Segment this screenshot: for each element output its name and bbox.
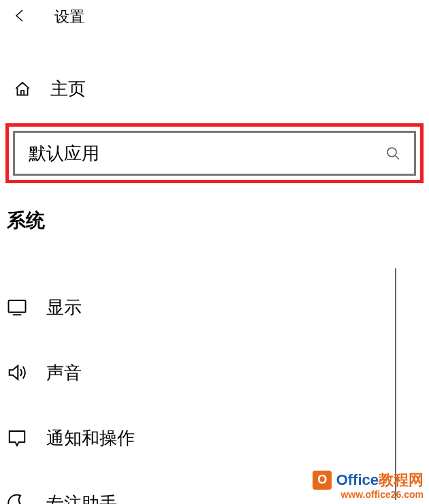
search-highlight [5,123,424,183]
menu-item-notifications[interactable]: 通知和操作 [0,405,429,471]
svg-line-1 [396,156,400,160]
menu-item-label: 专注助手 [46,492,117,505]
back-button[interactable] [7,3,34,31]
search-icon [384,144,402,162]
menu-item-label: 显示 [46,296,82,319]
watermark-brand: Office [336,471,379,488]
home-icon [14,80,31,98]
watermark-url: www.office26.com [313,490,424,500]
menu-item-label: 声音 [46,361,82,385]
section-title-system: 系统 [7,208,429,234]
search-input[interactable] [29,143,384,164]
search-box[interactable] [13,131,416,176]
svg-point-0 [387,148,396,157]
menu-item-sound[interactable]: 声音 [0,340,429,405]
svg-rect-2 [9,300,26,313]
menu-list: 显示 声音 通知和操作 专注助手 [0,274,429,504]
watermark: O Office教程网 www.office26.com [313,471,424,500]
page-title: 设置 [54,7,84,27]
nav-home[interactable]: 主页 [0,72,429,106]
menu-item-label: 通知和操作 [46,426,135,450]
display-icon [5,296,29,319]
watermark-badge-icon: O [313,471,332,490]
arrow-left-icon [12,7,29,27]
notification-icon [5,426,29,450]
sound-icon [5,361,29,384]
watermark-brand-cn: 教程网 [379,471,424,488]
moon-icon [5,492,29,504]
nav-home-label: 主页 [50,77,86,101]
scrollbar[interactable] [395,268,396,500]
menu-item-display[interactable]: 显示 [0,274,429,340]
